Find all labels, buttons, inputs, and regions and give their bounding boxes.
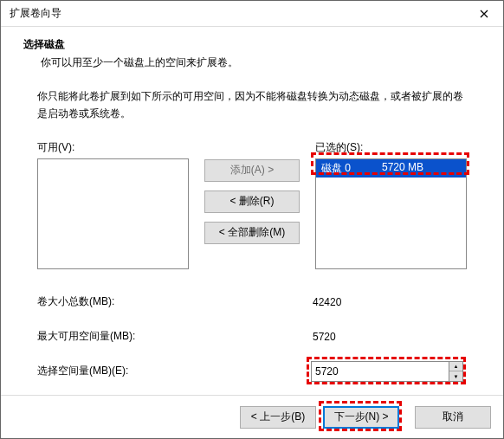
available-label: 可用(V): xyxy=(37,140,189,155)
available-column: 可用(V): xyxy=(37,140,189,269)
footer: < 上一步(B) 下一步(N) > 取消 xyxy=(1,395,503,438)
spinner-up-button[interactable]: ▲ xyxy=(449,362,462,372)
selected-listbox[interactable]: 磁盘 0 5720 MB xyxy=(315,158,467,269)
field-row-total: 卷大小总数(MB): 42420 xyxy=(37,285,467,320)
select-space-label: 选择空间量(MB)(E): xyxy=(37,364,311,378)
disk-columns: 可用(V): 添加(A) > < 删除(R) < 全部删除(M) 已选的(S):… xyxy=(37,140,467,269)
description-text: 你只能将此卷扩展到如下所示的可用空间，因为不能将磁盘转换为动态磁盘，或者被扩展的… xyxy=(37,87,467,123)
list-item[interactable]: 磁盘 0 5720 MB xyxy=(316,159,466,178)
header-section: 选择磁盘 你可以用至少一个磁盘上的空间来扩展卷。 xyxy=(1,27,503,79)
remove-button[interactable]: < 删除(R) xyxy=(204,190,300,213)
disk-size: 5720 MB xyxy=(382,161,423,176)
selected-column: 已选的(S): 磁盘 0 5720 MB xyxy=(315,140,467,269)
select-space-input[interactable] xyxy=(311,361,449,382)
select-space-spinner: ▲ ▼ xyxy=(311,361,463,382)
close-button[interactable] xyxy=(464,1,503,27)
cancel-button[interactable]: 取消 xyxy=(415,406,491,429)
middle-buttons: 添加(A) > < 删除(R) < 全部删除(M) xyxy=(189,140,315,244)
field-row-max: 最大可用空间量(MB): 5720 xyxy=(37,320,467,354)
add-button[interactable]: 添加(A) > xyxy=(204,159,300,182)
content-area: 你只能将此卷扩展到如下所示的可用空间，因为不能将磁盘转换为动态磁盘，或者被扩展的… xyxy=(1,79,503,389)
spinner-buttons: ▲ ▼ xyxy=(449,361,463,382)
selected-label: 已选的(S): xyxy=(315,140,467,155)
titlebar: 扩展卷向导 xyxy=(1,1,503,27)
next-button-wrap: 下一步(N) > xyxy=(323,406,399,429)
back-button[interactable]: < 上一步(B) xyxy=(240,406,316,429)
total-size-label: 卷大小总数(MB): xyxy=(37,294,311,309)
max-space-value: 5720 xyxy=(311,331,336,343)
max-space-label: 最大可用空间量(MB): xyxy=(37,329,311,344)
field-row-select: 选择空间量(MB)(E): ▲ ▼ xyxy=(37,354,467,389)
close-icon xyxy=(480,10,488,18)
fields-section: 卷大小总数(MB): 42420 最大可用空间量(MB): 5720 选择空间量… xyxy=(37,285,467,389)
next-button[interactable]: 下一步(N) > xyxy=(323,406,399,429)
spinner-down-button[interactable]: ▼ xyxy=(449,371,462,381)
window-title: 扩展卷向导 xyxy=(10,6,61,21)
total-size-value: 42420 xyxy=(311,296,341,308)
page-subheading: 你可以用至少一个磁盘上的空间来扩展卷。 xyxy=(41,55,486,70)
page-heading: 选择磁盘 xyxy=(23,37,486,52)
available-listbox[interactable] xyxy=(37,158,189,269)
disk-name: 磁盘 0 xyxy=(321,161,382,176)
remove-all-button[interactable]: < 全部删除(M) xyxy=(204,222,300,244)
